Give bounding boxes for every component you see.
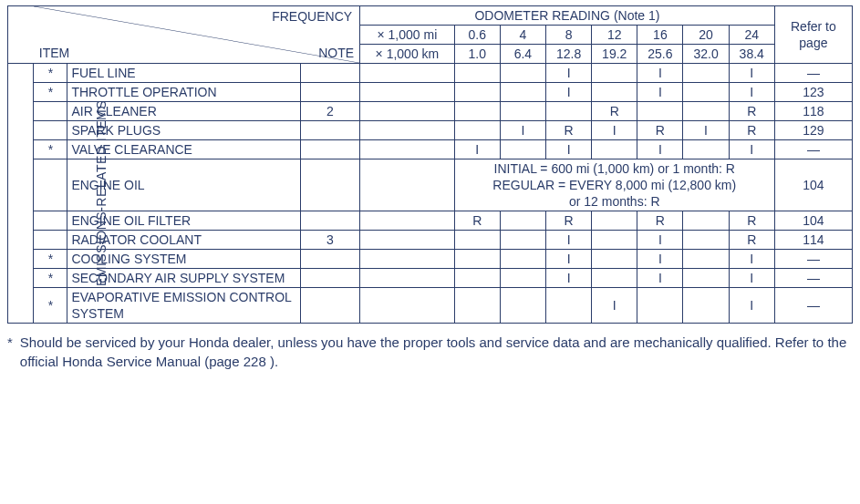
row-symbol [34,211,67,231]
row-odometer-cell: R [592,102,637,121]
row-odometer-cell [683,269,729,288]
row-odometer-cell [500,102,545,121]
refer-to-line1: Refer to [791,19,836,34]
row-note: 2 [300,102,359,121]
row-odometer-cell: I [729,288,774,324]
row-symbol: * [34,250,67,269]
row-page: 104 [774,211,852,231]
row-odometer-cell [454,250,500,269]
row-unit [360,231,455,250]
mi-0: 0.6 [454,26,500,45]
engine-oil-line2: REGULAR = EVERY 8,000 mi (12,800 km) [459,177,771,193]
engine-oil-line1: INITIAL = 600 mi (1,000 km) or 1 month: … [459,160,771,177]
row-odometer-cell [500,83,545,102]
row-odometer-cell [500,288,545,324]
row-note [300,159,359,211]
km-0: 1.0 [454,45,500,64]
row-note [300,121,359,140]
row-odometer-cell: I [637,269,683,288]
row-note [300,288,359,324]
row-odometer-cell [637,102,683,121]
row-odometer-cell [592,231,637,250]
header-frequency-label: FREQUENCY [272,8,352,25]
row-odometer-cell: R [546,211,592,231]
row-odometer-cell [500,140,545,159]
sidebar-label: EMISSIONS-RELATED ITEMS [93,100,109,286]
km-6: 38.4 [729,45,774,64]
row-odometer-cell: I [592,121,637,140]
footnote-text: Should be serviced by your Honda dealer,… [20,333,853,371]
row-odometer-cell [683,231,729,250]
table-row: *EVAPORATIVE EMISSION CONTROL SYSTEMII— [8,288,853,324]
row-odometer-cell: I [546,269,592,288]
row-symbol [34,102,67,121]
row-odometer-cell: I [500,121,545,140]
table-row: *COOLING SYSTEMIII— [8,250,853,269]
row-odometer-cell: I [637,64,683,83]
row-unit [360,64,455,83]
row-odometer-cell: I [729,83,774,102]
row-odometer-cell [546,102,592,121]
row-note [300,83,359,102]
row-symbol [34,159,67,211]
row-odometer-cell: R [729,102,774,121]
row-page: 129 [774,121,852,140]
maintenance-schedule-table: FREQUENCY ITEM NOTE ODOMETER READING (No… [7,5,853,324]
row-odometer-cell [683,102,729,121]
row-odometer-cell: I [637,250,683,269]
unit-mi: × 1,000 mi [360,26,455,45]
mi-4: 16 [637,26,683,45]
mi-1: 4 [500,26,545,45]
row-odometer-cell [454,83,500,102]
row-odometer-cell: R [454,211,500,231]
row-unit [360,288,455,324]
row-odometer-cell [454,288,500,324]
row-unit [360,121,455,140]
mi-2: 8 [546,26,592,45]
row-odometer-cell: I [729,64,774,83]
row-item: FUEL LINE [67,64,300,83]
row-unit [360,269,455,288]
row-odometer-cell: I [546,83,592,102]
row-item: THROTTLE OPERATION [67,83,300,102]
refer-to-line2: page [799,36,827,50]
row-odometer-cell [592,83,637,102]
km-5: 32.0 [683,45,729,64]
row-symbol: * [34,140,67,159]
row-odometer-cell [454,102,500,121]
row-odometer-cell: I [729,269,774,288]
row-odometer-cell: I [546,140,592,159]
row-unit [360,159,455,211]
row-page: — [774,64,852,83]
row-note [300,211,359,231]
row-odometer-cell: I [546,250,592,269]
row-page: 118 [774,102,852,121]
row-odometer-cell: I [546,231,592,250]
row-note [300,64,359,83]
km-2: 12.8 [546,45,592,64]
row-odometer-cell [592,269,637,288]
row-page: — [774,250,852,269]
header-item-label: ITEM [39,45,69,61]
table-row: AIR CLEANER2RR118 [8,102,853,121]
row-unit [360,211,455,231]
row-odometer-cell [592,64,637,83]
engine-oil-schedule: INITIAL = 600 mi (1,000 km) or 1 month: … [454,159,774,211]
header-odometer-label: ODOMETER READING (Note 1) [360,6,775,26]
row-odometer-cell [683,211,729,231]
row-odometer-cell [500,250,545,269]
row-odometer-cell: I [592,288,637,324]
row-page: 114 [774,231,852,250]
row-odometer-cell [500,211,545,231]
row-note [300,250,359,269]
table-row: ENGINE OILINITIAL = 600 mi (1,000 km) or… [8,159,853,211]
row-page: — [774,288,852,324]
km-1: 6.4 [500,45,545,64]
row-symbol: * [34,288,67,324]
row-symbol: * [34,64,67,83]
row-symbol [34,121,67,140]
row-odometer-cell: I [729,140,774,159]
row-unit [360,83,455,102]
row-symbol: * [34,83,67,102]
row-odometer-cell [454,269,500,288]
